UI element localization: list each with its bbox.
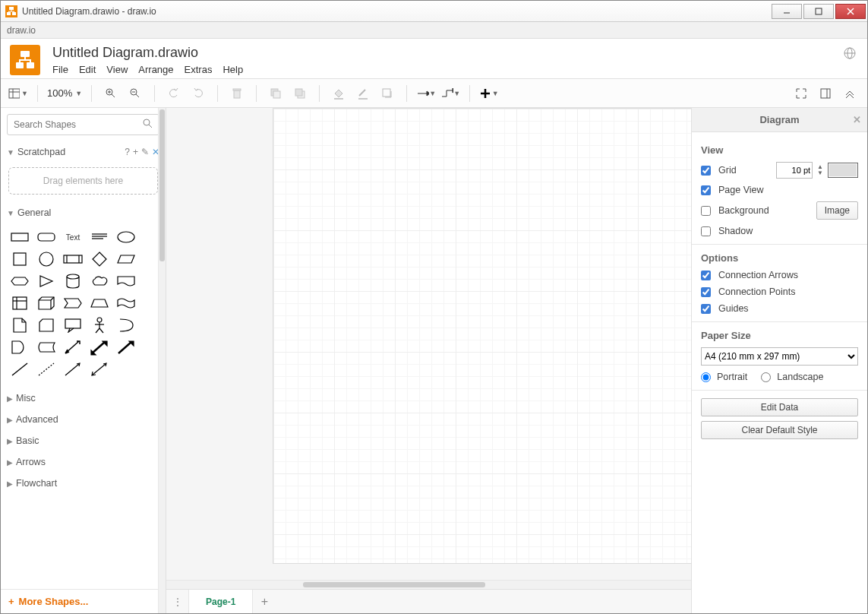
shape-parallelogram[interactable] [115,250,137,268]
page-surface[interactable] [273,108,691,564]
fullscreen-button[interactable] [791,84,811,103]
document-title[interactable]: Untitled Diagram.drawio [52,45,841,61]
to-front-button[interactable] [266,84,286,103]
shape-actor[interactable] [88,316,111,334]
shape-cylinder[interactable] [62,272,84,290]
waypoint-style-button[interactable]: ▼ [440,84,460,103]
flowchart-header[interactable]: ▶Flowchart [1,473,166,494]
shape-data-storage[interactable] [35,338,58,356]
shape-callout[interactable] [62,316,84,334]
shape-note[interactable] [8,316,31,334]
maximize-button[interactable] [803,4,834,19]
right-panel-close-icon[interactable]: ✕ [853,114,861,125]
zoom-in-button[interactable] [101,84,121,103]
advanced-header[interactable]: ▶Advanced [1,409,166,430]
add-page-button[interactable]: + [253,590,276,613]
shape-text[interactable]: Text [62,228,84,246]
shape-circle[interactable] [35,250,58,268]
shape-cloud[interactable] [88,272,111,290]
paper-size-select[interactable]: A4 (210 mm x 297 mm) [701,347,858,366]
format-panel-button[interactable] [816,84,835,103]
canvas[interactable] [166,108,691,580]
basic-header[interactable]: ▶Basic [1,430,166,451]
connection-arrows-checkbox[interactable] [701,271,711,280]
menu-extras[interactable]: Extras [185,64,213,75]
search-shapes-input[interactable] [7,114,159,135]
portrait-radio[interactable] [701,372,711,382]
shape-line[interactable] [8,360,31,378]
redo-button[interactable] [188,84,208,103]
line-color-button[interactable] [353,84,373,103]
scratchpad-header[interactable]: ▼ Scratchpad ? + ✎ ✕ [1,141,166,163]
landscape-radio[interactable] [761,372,771,382]
zoom-dropdown[interactable]: 100%▼ [47,87,82,99]
minimize-button[interactable] [772,4,802,19]
shape-arrow-thin-bidir[interactable] [88,360,111,378]
shape-arrow-block[interactable] [115,338,137,356]
grid-size-input[interactable] [776,162,813,179]
shape-trapezoid[interactable] [88,294,111,312]
shape-arrow-block-bidir[interactable] [88,338,111,356]
language-icon[interactable] [841,45,858,62]
shape-rounded-rectangle[interactable] [35,228,58,246]
shape-dashed-line[interactable] [35,360,58,378]
close-button[interactable] [835,4,866,19]
fill-color-button[interactable] [329,84,349,103]
sidebar-toggle-button[interactable]: ▼ [8,84,28,103]
collapse-button[interactable] [840,84,860,103]
scratchpad-edit-icon[interactable]: ✎ [141,147,149,157]
shape-diamond[interactable] [88,250,111,268]
shape-rectangle[interactable] [8,228,31,246]
shape-cube[interactable] [35,294,58,312]
shape-tape[interactable] [115,294,137,312]
scratchpad-help-icon[interactable]: ? [125,147,130,157]
shape-process[interactable] [62,250,84,268]
background-image-button[interactable]: Image [816,201,858,220]
shape-internal-storage[interactable] [8,294,31,312]
shape-textbox[interactable] [88,228,111,246]
pageview-checkbox[interactable] [701,185,711,195]
misc-header[interactable]: ▶Misc [1,388,166,409]
menu-edit[interactable]: Edit [79,64,96,75]
scratchpad-add-icon[interactable]: + [133,147,138,157]
connection-points-checkbox[interactable] [701,287,711,297]
to-back-button[interactable] [290,84,310,103]
left-scrollbar[interactable] [158,108,166,613]
shape-document[interactable] [115,272,137,290]
shape-and[interactable] [8,338,31,356]
grid-checkbox[interactable] [701,166,711,176]
guides-checkbox[interactable] [701,304,711,314]
zoom-out-button[interactable] [125,84,145,103]
shadow-button[interactable] [377,84,397,103]
undo-button[interactable] [164,84,184,103]
shape-arrow-bidir[interactable] [62,338,84,356]
menu-view[interactable]: View [106,64,128,75]
page-tab-1[interactable]: Page-1 [189,590,253,613]
more-shapes-button[interactable]: +More Shapes... [1,589,166,613]
menu-help[interactable]: Help [223,64,243,75]
shape-curved-right[interactable] [115,316,137,334]
horizontal-scrollbar[interactable] [166,580,691,589]
menu-arrange[interactable]: Arrange [138,64,173,75]
shape-step[interactable] [62,294,84,312]
shape-arrow-thin[interactable] [62,360,84,378]
shape-ellipse[interactable] [115,228,137,246]
menu-file[interactable]: File [52,64,68,75]
edit-data-button[interactable]: Edit Data [701,398,858,416]
connection-style-button[interactable]: ▼ [416,84,436,103]
grid-step-down[interactable]: ▼ [817,170,823,176]
scratchpad-drop-area[interactable]: Drag elements here [8,167,158,195]
shape-square[interactable] [8,250,31,268]
shape-card[interactable] [35,316,58,334]
shape-hexagon[interactable] [8,272,31,290]
background-checkbox[interactable] [701,206,711,216]
pages-menu-button[interactable]: ⋮ [166,590,189,613]
delete-button[interactable] [227,84,247,103]
shadow-checkbox[interactable] [701,226,711,236]
insert-button[interactable]: ▼ [479,84,499,103]
general-header[interactable]: ▼ General [1,202,166,223]
grid-color-swatch[interactable] [828,163,858,178]
shape-triangle[interactable] [35,272,58,290]
arrows-header[interactable]: ▶Arrows [1,451,166,473]
clear-default-style-button[interactable]: Clear Default Style [701,421,858,439]
